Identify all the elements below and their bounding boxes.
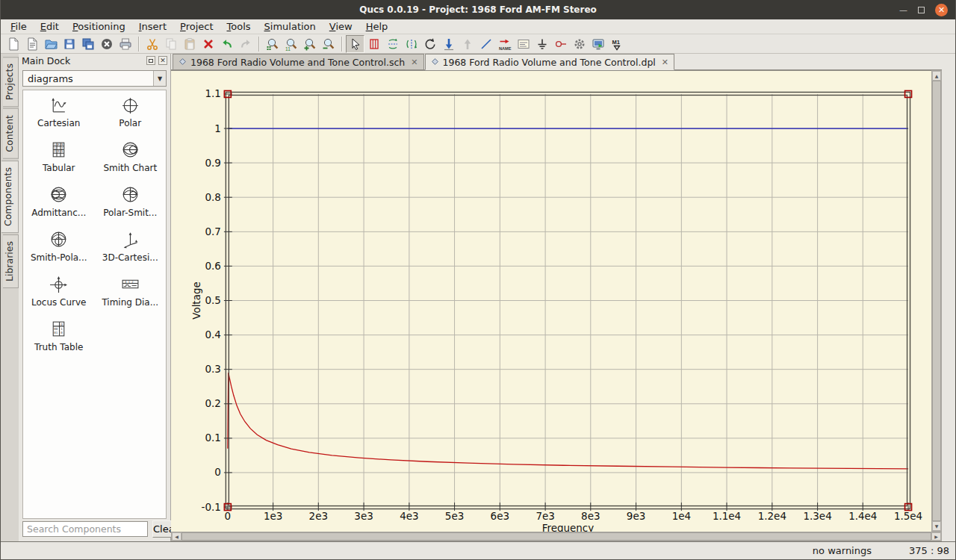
- diagram-item-timing-diagram[interactable]: 0 1 2Timing Dia...: [95, 274, 167, 319]
- title-bar: Qucs 0.0.19 - Project: 1968 Ford AM-FM S…: [1, 0, 955, 19]
- side-tab-content[interactable]: Content: [3, 108, 19, 159]
- cut-button[interactable]: [143, 35, 161, 53]
- close-icon[interactable]: ✕: [935, 4, 948, 16]
- menu-project[interactable]: Project: [173, 20, 220, 34]
- push-into-subcircuit-button[interactable]: [439, 35, 458, 53]
- redo-button[interactable]: [236, 35, 255, 53]
- paste-button[interactable]: [180, 35, 199, 53]
- tab-close-icon[interactable]: ✕: [662, 57, 668, 67]
- x-tick-label: 1.1e4: [713, 510, 741, 522]
- x-tick-label: 1e4: [672, 510, 691, 522]
- scroll-left-icon[interactable]: ◀: [172, 532, 181, 541]
- dock-header: Main Dock ✕: [19, 54, 170, 67]
- maximize-icon[interactable]: [918, 7, 925, 13]
- select-button[interactable]: [346, 35, 364, 53]
- zoom-one-to-one-button[interactable]: 11: [282, 35, 300, 53]
- dock-float-icon[interactable]: [146, 56, 155, 65]
- menu-edit[interactable]: Edit: [34, 20, 66, 34]
- window-title: Qucs 0.0.19 - Project: 1968 Ford AM-FM S…: [1, 4, 955, 15]
- rotate-button[interactable]: [420, 35, 439, 53]
- side-tab-components[interactable]: Components: [1, 161, 19, 233]
- diagram-item-label: Polar-Smit...: [103, 208, 157, 218]
- component-category-select[interactable]: diagrams ▼: [22, 70, 167, 87]
- save-file-button[interactable]: [60, 35, 78, 53]
- diagram-item-cartesian-diagram[interactable]: Cartesian: [23, 95, 95, 140]
- menu-simulation[interactable]: Simulation: [258, 20, 323, 34]
- diagram-item-truth-table-diagram[interactable]: Q001010Truth Table: [23, 319, 95, 364]
- scroll-up-icon[interactable]: ▲: [932, 71, 941, 81]
- polar-smith-diagram-icon: [120, 184, 140, 207]
- dock-close-icon[interactable]: ✕: [158, 56, 167, 65]
- menu-view[interactable]: View: [323, 20, 359, 34]
- search-input[interactable]: [22, 521, 148, 537]
- toolbar: 11NAMEM1: [1, 34, 955, 54]
- tabular-diagram-icon: 1F912235: [49, 140, 69, 162]
- hscroll-thumb[interactable]: [181, 532, 931, 541]
- print-button[interactable]: [116, 35, 134, 53]
- insert-wire-button[interactable]: [477, 35, 495, 53]
- copy-button[interactable]: [161, 35, 180, 53]
- tab-close-icon[interactable]: ✕: [411, 57, 418, 67]
- pop-out-button[interactable]: [458, 35, 477, 53]
- scroll-right-icon[interactable]: ▶: [931, 532, 941, 541]
- diagram-item-smith-chart-diagram[interactable]: Smith Chart: [95, 140, 167, 184]
- menu-file[interactable]: File: [4, 20, 34, 34]
- y-tick-label: 1.1: [205, 87, 220, 99]
- red-trace[interactable]: [228, 373, 908, 469]
- document-tab-0[interactable]: 1968 Ford Radio Volume and Tone Control.…: [173, 54, 424, 69]
- new-document-button[interactable]: [4, 35, 22, 53]
- diagram-item-polar-smith-diagram[interactable]: Polar-Smit...: [95, 184, 167, 229]
- new-text-document-button[interactable]: [22, 35, 41, 53]
- y-axis-title: Voltage: [190, 281, 202, 320]
- deactivate-component-button[interactable]: [364, 35, 383, 53]
- menu-insert[interactable]: Insert: [132, 20, 173, 34]
- view-data-display-button[interactable]: [589, 35, 607, 53]
- x-tick-label: 1.5e4: [894, 510, 922, 522]
- document-tab-label: 1968 Ford Radio Volume and Tone Control.…: [443, 57, 656, 68]
- vscroll-thumb[interactable]: [932, 81, 941, 521]
- insert-equation-button[interactable]: [514, 35, 533, 53]
- zoom-in-button[interactable]: [300, 35, 319, 53]
- diagram[interactable]: 01e32e33e34e35e36e37e38e39e31e41.1e41.2e…: [171, 71, 931, 532]
- set-marker-button[interactable]: M1: [607, 35, 626, 53]
- vertical-scrollbar[interactable]: ▲ ▼: [931, 70, 942, 532]
- simulate-button[interactable]: [570, 35, 589, 53]
- toolbar-separator: [341, 37, 342, 52]
- menu-tools[interactable]: Tools: [220, 20, 258, 34]
- mirror-x-axis-button[interactable]: [383, 35, 402, 53]
- diagram-item-smith-polar-diagram[interactable]: Smith-Pola...: [23, 229, 95, 274]
- diagram-item-cartesian3d-diagram[interactable]: 3D-Cartesi...: [95, 229, 167, 274]
- minimize-icon[interactable]: —: [899, 6, 907, 14]
- zoom-fit-button[interactable]: [263, 35, 282, 53]
- close-file-button[interactable]: [97, 35, 116, 53]
- open-file-button[interactable]: [41, 35, 60, 53]
- diagram-item-polar-diagram[interactable]: Polar: [95, 95, 167, 140]
- scroll-down-icon[interactable]: ▼: [932, 521, 941, 531]
- diagram-item-tabular-diagram[interactable]: 1F912235Tabular: [23, 140, 95, 184]
- insert-label-button[interactable]: NAME: [495, 35, 514, 53]
- side-tab-projects[interactable]: Projects: [3, 57, 19, 107]
- side-tab-libraries[interactable]: Libraries: [3, 234, 19, 288]
- search-row: Clear: [19, 520, 170, 541]
- plot-canvas[interactable]: 01e32e33e34e35e36e37e38e39e31e41.1e41.2e…: [171, 70, 931, 532]
- cartesian-diagram-icon: [49, 95, 69, 117]
- insert-ground-button[interactable]: [533, 35, 551, 53]
- delete-button[interactable]: [199, 35, 217, 53]
- mirror-y-axis-button[interactable]: [402, 35, 420, 53]
- qucs-file-icon: [179, 57, 187, 68]
- locus-curve-diagram-icon: [49, 274, 69, 296]
- diagram-item-locus-curve-diagram[interactable]: Locus Curve: [23, 274, 95, 319]
- undo-button[interactable]: [217, 35, 236, 53]
- diagram-item-admittance-smith-diagram[interactable]: Admittanc...: [23, 184, 95, 229]
- insert-port-button[interactable]: [551, 35, 570, 53]
- x-tick-label: 5e3: [445, 510, 464, 522]
- diagram-list: CartesianPolar1F912235TabularSmith Chart…: [22, 90, 167, 519]
- x-axis-title: Frequency: [542, 522, 595, 532]
- zoom-out-button[interactable]: [319, 35, 338, 53]
- save-all-button[interactable]: [78, 35, 97, 53]
- menu-help[interactable]: Help: [359, 20, 395, 34]
- horizontal-scrollbar[interactable]: ◀ ▶: [171, 532, 942, 541]
- menu-positioning[interactable]: Positioning: [66, 20, 132, 34]
- svg-text:0: 0: [60, 331, 63, 335]
- document-tab-1[interactable]: 1968 Ford Radio Volume and Tone Control.…: [425, 54, 675, 70]
